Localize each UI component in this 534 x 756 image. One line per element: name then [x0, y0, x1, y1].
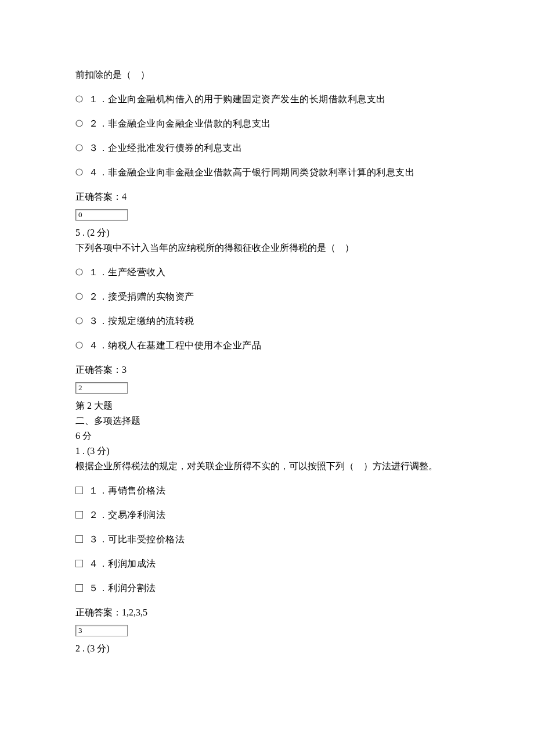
q4-option-4[interactable]: ４．非金融企业向非金融企业借款高于银行同期同类贷款利率计算的利息支出 [75, 165, 459, 179]
s2q1-answer: 正确答案：1,2,3,5 [75, 606, 459, 620]
svg-point-5 [76, 293, 82, 300]
checkbox-icon [75, 584, 83, 592]
section2-title1: 第 2 大题 [75, 399, 459, 413]
option-label: １．企业向金融机构借入的用于购建固定资产发生的长期借款利息支出 [89, 92, 386, 106]
option-label: ３．按规定缴纳的流转税 [89, 314, 194, 328]
s2q1-header: 1 . (3 分) [75, 444, 459, 458]
option-label: ２．接受捐赠的实物资产 [89, 290, 194, 304]
svg-rect-9 [76, 511, 83, 518]
s2q1-option-3[interactable]: ３．可比非受控价格法 [75, 532, 459, 546]
s2q1-option-4[interactable]: ４．利润加成法 [75, 557, 459, 571]
option-label: ４．非金融企业向非金融企业借款高于银行同期同类贷款利率计算的利息支出 [89, 165, 414, 179]
s2q1-option-2[interactable]: ２．交易净利润法 [75, 508, 459, 522]
q5-stem: 下列各项中不计入当年的应纳税所的得额征收企业所得税的是（ ） [75, 241, 459, 255]
q4-option-1[interactable]: １．企业向金融机构借入的用于购建固定资产发生的长期借款利息支出 [75, 92, 459, 106]
s2q2-header: 2 . (3 分) [75, 642, 459, 656]
svg-point-4 [76, 269, 82, 275]
radio-icon [75, 268, 83, 276]
svg-point-1 [76, 120, 82, 127]
q4-stem: 前扣除的是（ ） [75, 68, 459, 82]
radio-icon [75, 293, 83, 300]
section2-title2: 二、多项选择题 [75, 414, 459, 428]
option-label: １．再销售价格法 [89, 484, 165, 498]
checkbox-icon [75, 487, 83, 494]
q5-option-1[interactable]: １．生产经营收入 [75, 265, 459, 279]
q5-header: 5 . (2 分) [75, 226, 459, 240]
svg-point-6 [76, 318, 82, 324]
option-label: １．生产经营收入 [89, 265, 165, 279]
q5-answer: 正确答案：3 [75, 363, 459, 377]
option-label: ３．可比非受控价格法 [89, 532, 185, 546]
radio-icon [75, 120, 83, 127]
q4-option-2[interactable]: ２．非金融企业向金融企业借款的利息支出 [75, 117, 459, 131]
q4-option-3[interactable]: ３．企业经批准发行债券的利息支出 [75, 141, 459, 155]
radio-icon [75, 317, 83, 325]
checkbox-icon [75, 511, 83, 519]
q4-score-input-wrap [75, 207, 459, 221]
svg-point-0 [76, 96, 82, 102]
s2q1-option-1[interactable]: １．再销售价格法 [75, 484, 459, 498]
option-label: ４．利润加成法 [89, 557, 156, 571]
option-label: ４．纳税人在基建工程中使用本企业产品 [89, 339, 261, 352]
svg-rect-10 [76, 535, 83, 542]
q5-option-2[interactable]: ２．接受捐赠的实物资产 [75, 290, 459, 304]
radio-icon [75, 341, 83, 349]
q5-score-input-wrap [75, 380, 459, 394]
option-label: ３．企业经批准发行债券的利息支出 [89, 141, 242, 155]
s2q1-option-5[interactable]: ５．利润分割法 [75, 581, 459, 595]
option-label: ５．利润分割法 [89, 581, 156, 595]
svg-rect-11 [76, 560, 83, 567]
q5-option-4[interactable]: ４．纳税人在基建工程中使用本企业产品 [75, 339, 459, 352]
svg-rect-12 [76, 584, 83, 591]
q4-answer: 正确答案：4 [75, 190, 459, 204]
s2q1-stem: 根据企业所得税法的规定，对关联企业所得不实的，可以按照下列（ ）方法进行调整。 [75, 459, 459, 473]
section2-points: 6 分 [75, 429, 459, 443]
svg-rect-8 [76, 487, 83, 494]
s2q1-score-input[interactable] [75, 625, 128, 636]
q4-score-input[interactable] [75, 209, 128, 221]
q5-option-3[interactable]: ３．按规定缴纳的流转税 [75, 314, 459, 328]
svg-point-3 [76, 169, 82, 175]
radio-icon [75, 168, 83, 176]
radio-icon [75, 95, 83, 103]
svg-point-2 [76, 145, 82, 151]
option-label: ２．非金融企业向金融企业借款的利息支出 [89, 117, 271, 131]
option-label: ２．交易净利润法 [89, 508, 165, 522]
checkbox-icon [75, 560, 83, 567]
svg-point-7 [76, 342, 82, 348]
radio-icon [75, 144, 83, 152]
checkbox-icon [75, 535, 83, 543]
q5-score-input[interactable] [75, 382, 128, 394]
s2q1-score-input-wrap [75, 623, 459, 637]
